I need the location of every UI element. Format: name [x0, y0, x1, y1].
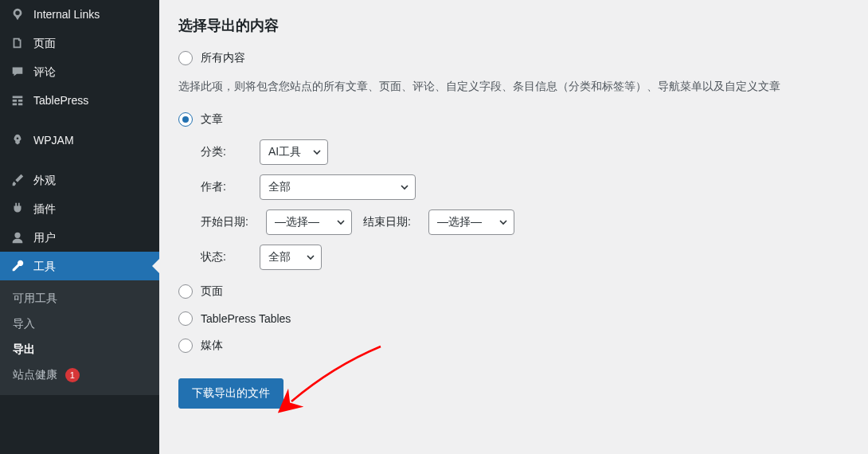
select-value: 全部	[268, 250, 291, 264]
rocket-icon	[10, 132, 25, 148]
option-pages[interactable]: 页面	[178, 284, 849, 299]
sidebar-item-label: 页面	[33, 35, 56, 51]
chevron-down-icon	[400, 182, 409, 192]
select-status[interactable]: 全部	[260, 245, 322, 270]
submenu-item-import[interactable]: 导入	[0, 311, 159, 336]
select-value: —选择—	[437, 215, 482, 229]
filter-author-label: 作者:	[201, 180, 253, 194]
select-start-date[interactable]: —选择—	[266, 209, 352, 235]
filter-start-date-label: 开始日期:	[201, 215, 260, 229]
sidebar-item-tablepress[interactable]: TablePress	[0, 86, 159, 115]
radio-tablepress[interactable]	[178, 311, 193, 326]
sidebar-item-label: TablePress	[33, 92, 88, 108]
download-export-button[interactable]: 下载导出的文件	[178, 378, 283, 409]
link-icon	[10, 6, 25, 22]
select-value: AI工具	[268, 145, 301, 159]
option-label: 页面	[201, 284, 223, 299]
section-title: 选择导出的内容	[178, 16, 849, 35]
pages-icon	[10, 35, 25, 51]
wrench-icon	[10, 258, 25, 274]
sidebar-item-plugins[interactable]: 插件	[0, 194, 159, 223]
option-tablepress[interactable]: TablePress Tables	[178, 311, 849, 326]
sidebar-item-tools[interactable]: 工具	[0, 252, 159, 280]
radio-media[interactable]	[178, 339, 193, 353]
sidebar-item-comments[interactable]: 评论	[0, 57, 159, 86]
sidebar-item-label: WPJAM	[33, 132, 74, 148]
filter-category-label: 分类:	[201, 145, 253, 159]
radio-posts[interactable]	[178, 112, 193, 127]
select-author[interactable]: 全部	[260, 174, 416, 200]
option-all-description: 选择此项，则将包含您站点的所有文章、页面、评论、自定义字段、条目信息（分类和标签…	[178, 78, 849, 95]
export-panel: 选择导出的内容 所有内容 选择此项，则将包含您站点的所有文章、页面、评论、自定义…	[159, 0, 868, 454]
filter-status-label: 状态:	[201, 250, 253, 264]
table-icon	[10, 92, 25, 108]
option-label: 媒体	[201, 339, 223, 353]
users-icon	[10, 229, 25, 245]
select-value: —选择—	[275, 215, 319, 229]
sidebar-item-appearance[interactable]: 外观	[0, 166, 159, 194]
select-end-date[interactable]: —选择—	[428, 209, 514, 235]
sidebar-item-label: 工具	[33, 258, 56, 274]
brush-icon	[10, 172, 25, 188]
admin-sidebar: Internal Links 页面 评论 TablePress WPJAM	[0, 0, 159, 454]
select-value: 全部	[268, 180, 291, 194]
option-posts[interactable]: 文章	[178, 112, 849, 127]
sidebar-item-label: 外观	[33, 172, 56, 188]
chevron-down-icon	[306, 252, 315, 262]
option-label: 所有内容	[201, 51, 245, 65]
sidebar-item-label: 评论	[33, 64, 56, 80]
select-category[interactable]: AI工具	[260, 139, 328, 165]
sidebar-item-internal-links[interactable]: Internal Links	[0, 0, 159, 29]
site-health-badge: 1	[65, 368, 80, 382]
submenu-item-export[interactable]: 导出	[0, 336, 159, 362]
post-filters: 分类: AI工具 作者: 全部 开始日期: —选择— 结束	[201, 139, 849, 270]
radio-pages[interactable]	[178, 284, 193, 299]
submenu-item-site-health[interactable]: 站点健康 1	[0, 362, 159, 387]
option-label: 文章	[201, 112, 223, 127]
sidebar-item-label: 插件	[33, 201, 56, 217]
radio-all-content[interactable]	[178, 51, 193, 65]
filter-end-date-label: 结束日期:	[363, 215, 422, 229]
submenu-item-label: 站点健康	[13, 368, 57, 381]
option-media[interactable]: 媒体	[178, 339, 849, 353]
chevron-down-icon	[312, 147, 322, 157]
sidebar-item-label: 用户	[33, 229, 56, 245]
option-all-content[interactable]: 所有内容	[178, 51, 849, 65]
submenu-item-available-tools[interactable]: 可用工具	[0, 285, 159, 311]
tools-submenu: 可用工具 导入 导出 站点健康 1	[0, 280, 159, 395]
sidebar-item-pages[interactable]: 页面	[0, 29, 159, 57]
plugin-icon	[10, 201, 25, 217]
sidebar-item-label: Internal Links	[33, 6, 100, 22]
sidebar-item-users[interactable]: 用户	[0, 223, 159, 252]
comment-icon	[10, 64, 25, 80]
chevron-down-icon	[499, 217, 508, 227]
chevron-down-icon	[336, 217, 346, 227]
option-label: TablePress Tables	[201, 312, 291, 325]
sidebar-item-wpjam[interactable]: WPJAM	[0, 126, 159, 155]
